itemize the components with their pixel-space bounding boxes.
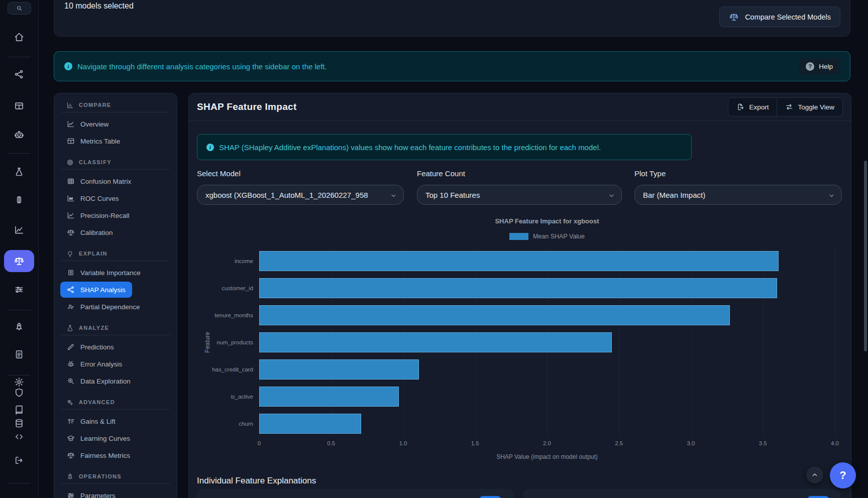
chart-title: SHAP Feature Impact for xgboost [259,217,835,225]
toggle-view-button[interactable]: Toggle View [777,98,842,116]
sidebar-item-label: Confusion Matrix [80,178,131,185]
models-selected-text: 10 models selected [64,2,134,11]
rail-item-network[interactable] [14,69,24,79]
rail-item-database[interactable] [14,418,24,428]
sidebar-item-label: Calibration [80,229,113,236]
rail-item-chart-line[interactable] [14,225,24,235]
question-icon: ? [806,62,814,71]
rail-item-logout[interactable] [14,455,24,465]
sidebar-item-precision-recall[interactable]: Precision-Recall [60,207,136,224]
shap-note-text: SHAP (SHapley Additive exPlanations) val… [219,143,601,152]
rail-item-flask[interactable] [14,167,24,177]
x-tick-label: 1.5 [471,440,479,446]
sidebar-item-label: Precision-Recall [80,212,130,219]
export-label: Export [749,103,769,111]
toggle-view-label: Toggle View [798,103,834,111]
chevron-up-icon [811,471,819,479]
bar-row [259,329,835,356]
sidebar-item-data-exploration[interactable]: Data Exploration [60,372,137,390]
sidebar-item-parameters[interactable]: Parameters [60,487,122,498]
app-root: 10 models selected Compare Selected Mode… [0,0,868,498]
bar-row [259,383,835,410]
rail-item-brain[interactable] [14,195,24,205]
sidebar-item-calibration[interactable]: Calibration [60,224,120,241]
table-icon [67,137,75,145]
flask-icon [66,324,74,332]
rocket-icon [66,473,74,480]
sidebar-item-gains-lift[interactable]: Gains & Lift [60,413,122,430]
logout-icon [14,455,24,465]
scroll-to-top-button[interactable] [806,466,823,483]
rail-item-home[interactable] [14,32,24,42]
feature-explanation-card [523,489,840,498]
help-button[interactable]: ? Help [799,58,840,75]
plot-type-group: Plot Type Bar (Mean Impact) [634,169,842,205]
x-tick-label: 2.0 [543,440,551,446]
search-button[interactable] [8,2,31,15]
sidebar-item-overview[interactable]: Overview [60,115,115,133]
rail-item-gear[interactable] [14,377,24,387]
shap-bar-num_products [259,332,612,352]
rocket-icon [14,322,24,332]
sidebar-item-learning-curves[interactable]: Learning Curves [60,430,137,447]
table-icon [14,101,24,111]
rail-item-table[interactable] [14,101,24,111]
bar-row [259,410,835,437]
rail-item-code[interactable] [14,432,24,442]
database-icon [14,418,24,428]
feature-card-action-button[interactable] [807,496,829,498]
shap-bar-chart: SHAP Feature Impact for xgboost Mean SHA… [197,216,844,467]
legend-swatch [509,233,528,240]
scrollbar-thumb[interactable] [864,161,867,351]
shap-bar-tenure_months [259,305,730,325]
rail-item-book[interactable] [14,405,24,415]
rail-item-robot[interactable] [14,130,24,140]
feature-count-dropdown[interactable]: Top 10 Features [417,185,622,205]
panel-actions: Export Toggle View [728,97,843,116]
chart-line-icon [14,225,24,235]
sidebar-item-label: Partial Dependence [80,303,140,311]
sidebar-item-label: Data Exploration [80,378,131,385]
sidebar-item-error-analysis[interactable]: Error Analysis [60,355,129,372]
section-label: COMPARE [79,102,112,108]
rail-item-document[interactable] [14,349,24,359]
sidebar-item-partial-dependence[interactable]: Partial Dependence [60,298,147,315]
section-divider [61,112,170,112]
info-banner: i Navigate through different analysis ca… [54,51,850,81]
section-header: CLASSIFY [60,157,171,169]
select-model-dropdown[interactable]: xgboost (XGBoost_1_AutoML_1_20260227_958 [197,185,404,205]
chart-line-icon [67,120,75,128]
rail-item-rocket[interactable] [14,322,24,332]
sidebar-section: COMPAREOverviewMetrics Table [60,99,171,150]
sidebar-item-metrics-table[interactable]: Metrics Table [60,133,127,150]
sidebar-item-shap-analysis[interactable]: SHAP Analysis [60,282,132,298]
rail-item-scales-active[interactable] [4,250,34,272]
compare-selected-models-button[interactable]: Compare Selected Models [719,7,840,27]
document-icon [14,349,24,359]
sidebar-item-fairness-metrics[interactable]: Fairness Metrics [60,447,137,464]
rail-item-sliders[interactable] [14,285,24,295]
bar-row [259,275,835,302]
scales-icon [729,12,739,22]
file-export-icon [736,103,744,111]
export-button[interactable]: Export [728,98,777,116]
sidebar-item-roc-curves[interactable]: ROC Curves [60,190,126,207]
feature-explanation-card [197,489,514,498]
rail-divider [8,153,31,154]
plot-type-dropdown[interactable]: Bar (Mean Impact) [634,185,842,205]
plot-type-label: Plot Type [634,169,842,179]
rail-item-shield[interactable] [14,388,24,398]
bar-row [259,247,835,275]
feature-card-action-button[interactable] [479,496,501,498]
sidebar-item-predictions[interactable]: Predictions [60,338,121,355]
floating-help-button[interactable]: ? [830,462,856,488]
sidebar-item-label: ROC Curves [80,195,119,202]
sidebar-item-variable-importance[interactable]: Variable Importance [60,264,147,281]
y-tick-label: tenure_months [197,302,253,329]
lightbulb-icon [66,250,74,258]
chart-legend: Mean SHAP Value [259,233,835,240]
section-label: EXPLAIN [79,251,107,257]
section-divider [61,335,170,335]
sidebar-item-confusion-matrix[interactable]: Confusion Matrix [60,173,138,190]
section-label: ADVANCED [79,399,115,405]
